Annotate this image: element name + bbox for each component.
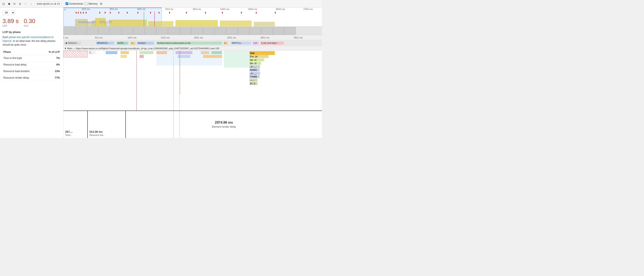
resource-bar-6[interactable]: d... [224, 42, 228, 44]
screenshot-thumb[interactable] [226, 27, 238, 35]
minimap-chart-area [74, 12, 322, 26]
lcp-phase-box-2: 513.36 ms Resource loa... [88, 111, 126, 138]
lcp-label: LCP [2, 24, 18, 27]
screenshot-thumb[interactable] [180, 27, 191, 35]
flame-block-429601[interactable]: 429601 [250, 68, 260, 72]
phase-name: Resource load delay [2, 62, 42, 68]
flame-misc-4[interactable] [156, 51, 167, 54]
lcp-phase-3-label: Element render delay [212, 125, 236, 128]
minimap[interactable]: ⏸ 1521 ms3521 ms5521 ms7521 ms9521 ms115… [64, 8, 322, 27]
screenshot-thumb[interactable] [261, 27, 272, 35]
lcp-phase-1-time: 257.... [65, 130, 86, 133]
main-thread-header: ▼ Main — https://www.opodo.co.uk/flights… [64, 46, 322, 51]
ruler-timestamp: 521 ms [95, 36, 102, 39]
flame-misc-6[interactable] [201, 51, 209, 54]
phase-pct: 7% [42, 55, 61, 62]
resource-bar-1[interactable]: 5f69a6522c... [96, 42, 114, 44]
screenshot-thumb[interactable] [133, 27, 144, 35]
ruler-timestamp: 2521 ms [227, 36, 236, 39]
flame-block-ellipsis[interactable]: —...- [250, 78, 258, 82]
screenshot-thumb[interactable] [145, 27, 156, 35]
flame-block-eva[interactable]: Eva...ipt [250, 55, 268, 58]
screenshot-thumb[interactable] [284, 27, 296, 35]
screenshot-thumb[interactable] [87, 27, 98, 35]
screenshot-thumb[interactable] [214, 27, 226, 35]
screenshot-thumb[interactable] [250, 27, 261, 35]
clear-icon[interactable]: ⊘ [18, 2, 22, 6]
ruler-timestamp: 1021 ms [128, 36, 136, 39]
timeline-ruler: 1 ms521 ms1021 ms1521 ms2021 ms2521 ms30… [64, 35, 322, 40]
screenshot-thumb[interactable] [238, 27, 249, 35]
ruler-timestamp: 1521 ms [161, 36, 170, 39]
resource-bar-2[interactable]: nsODI... [117, 42, 128, 44]
resource-bar-8[interactable]: c er [253, 42, 259, 44]
screenshot-thumb[interactable] [156, 27, 168, 35]
screenshot-thumb[interactable] [273, 27, 284, 35]
resource-bar-5[interactable]: desktop.react.js (www.opodo.co.uk) [156, 42, 222, 44]
minimap-timestamp: 5521 ms [128, 8, 155, 10]
screenshot-thumb[interactable] [122, 27, 133, 35]
red-marker-2 [180, 51, 180, 94]
phase-col-header: Phase [2, 49, 42, 55]
flame-misc-3[interactable] [140, 51, 153, 54]
pct-col-header: % of LCP [42, 49, 61, 55]
flame-misc-r2-2[interactable] [140, 55, 144, 58]
screenshot-thumb[interactable] [191, 27, 203, 35]
network-label[interactable]: ▶ Network ... [64, 42, 81, 44]
flame-misc-7[interactable] [212, 51, 222, 54]
reload-icon[interactable]: ↻ [13, 2, 16, 6]
resource-bar-4[interactable]: reactpol... [137, 42, 154, 44]
screenshot-thumb[interactable] [203, 27, 214, 35]
lcp-desc-1: Each [2, 36, 9, 39]
phase-name: Resource load duration [2, 68, 42, 74]
dashed-line-2 [179, 51, 180, 138]
upload-icon[interactable]: ↑ [24, 2, 28, 6]
screenshot-thumb[interactable] [98, 27, 110, 35]
lcp-phase-3-time: 2974.96 ms [215, 121, 233, 124]
flame-misc-1[interactable] [106, 51, 117, 54]
main-thread-label: ▼ Main — https://www.opodo.co.uk/flights… [64, 47, 219, 50]
flame-block-10-6[interactable]: 10...6 [250, 82, 258, 85]
minimap-pink-line [154, 12, 155, 26]
panel-icon[interactable]: ⊡ [2, 2, 6, 6]
flame-misc-r2-4[interactable] [203, 55, 222, 58]
memory-checkbox[interactable] [85, 2, 88, 5]
resource-bar-7[interactable]: 689370.js ... [231, 42, 251, 44]
minimap-timestamps: 1521 ms3521 ms5521 ms7521 ms9521 ms11521… [72, 8, 322, 10]
minimap-timestamp: 7521 ms [155, 8, 183, 10]
record-icon[interactable]: ⏺ [7, 2, 11, 6]
left-panel: All LCP CLS 3.89 s LCP 0.30 CLS LCP by p… [0, 8, 64, 138]
flame-misc-5[interactable] [176, 51, 192, 54]
flame-misc-2[interactable] [120, 51, 129, 54]
flame-block-770999[interactable]: 770999 [250, 75, 260, 78]
screenshot-thumb[interactable] [64, 27, 75, 35]
main-content: All LCP CLS 3.89 s LCP 0.30 CLS LCP by p… [0, 8, 322, 138]
screenshot-thumb[interactable] [168, 27, 180, 35]
flame-block-an1[interactable]: (an...s) [250, 58, 264, 61]
flame-misc-r2-3[interactable] [178, 55, 190, 58]
flame-misc-r2-1[interactable] [120, 55, 127, 58]
flame-block-w1[interactable]: _w...__ [250, 65, 260, 68]
minimap-timestamp: 9521 ms [183, 8, 211, 10]
memory-label: Memory [88, 2, 98, 5]
flame-chart[interactable]: T... Task Eva...ipt (an...s) (an...s) _w… [64, 51, 322, 138]
resource-bar-9[interactable]: 3_car_icon.png (. [260, 42, 284, 44]
flame-block-t[interactable]: T... [89, 51, 95, 54]
memory-checkbox-label[interactable]: Memory [85, 2, 98, 5]
flame-block-task[interactable]: Task [250, 51, 275, 55]
screenshot-thumb[interactable] [110, 27, 121, 35]
flame-block-w2[interactable]: _w...__ [250, 72, 260, 75]
screenshots-checkbox[interactable] [66, 2, 68, 5]
url-bar[interactable]: www.opodo.co.uk #1 ▾ [35, 2, 64, 6]
screenshot-thumb[interactable] [75, 27, 86, 35]
minimap-timestamp: 11521 ms [211, 8, 238, 10]
settings-icon[interactable]: ⚙ [99, 2, 103, 6]
screenshots-checkbox-label[interactable]: Screenshots [66, 2, 83, 5]
download-icon[interactable]: ↓ [29, 2, 33, 6]
lcp-phase-1-label: Time... [65, 134, 86, 136]
filter-select[interactable]: All LCP CLS [2, 10, 15, 15]
flame-block-an2[interactable]: (an...s) [250, 62, 261, 65]
lcp-phase-2-label: Resource loa... [90, 134, 124, 136]
minimap-blue-line [144, 12, 144, 26]
resource-bar-3[interactable]: c... [131, 42, 135, 44]
